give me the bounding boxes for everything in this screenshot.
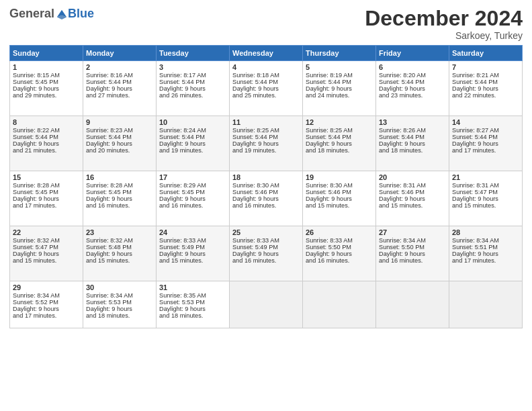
cell-text-line: Sunrise: 8:23 AM <box>86 127 133 134</box>
cell-text-line: Daylight: 9 hours <box>306 85 352 92</box>
cell-text-line: Sunrise: 8:22 AM <box>13 127 60 134</box>
calendar-cell: 17Sunrise: 8:29 AMSunset: 5:45 PMDayligh… <box>157 171 230 226</box>
cell-text-line: Sunrise: 8:31 AM <box>452 182 499 189</box>
cell-text-line: Daylight: 9 hours <box>13 195 59 202</box>
cell-text-line: Sunrise: 8:19 AM <box>306 72 353 79</box>
cell-text-line: Sunset: 5:47 PM <box>452 189 498 195</box>
cell-text-line: Daylight: 9 hours <box>159 85 206 92</box>
cell-text-line: Sunrise: 8:34 AM <box>452 237 499 244</box>
cell-text-line: Sunset: 5:45 PM <box>159 189 205 195</box>
day-number: 26 <box>306 228 373 236</box>
day-number: 17 <box>159 173 226 181</box>
day-number: 3 <box>159 63 226 71</box>
cell-text-line: Sunset: 5:45 PM <box>13 79 58 85</box>
cell-text-line: Sunrise: 8:33 AM <box>159 237 206 244</box>
cell-text-line: Daylight: 9 hours <box>13 250 59 257</box>
cell-text-line: Sunset: 5:53 PM <box>86 299 132 306</box>
calendar-week-2: 8Sunrise: 8:22 AMSunset: 5:44 PMDaylight… <box>10 116 523 171</box>
cell-text-line: Daylight: 9 hours <box>86 306 132 312</box>
cell-text-line: Sunset: 5:44 PM <box>86 79 132 85</box>
cell-text-line: and 16 minutes. <box>86 202 130 209</box>
day-number: 30 <box>86 283 153 291</box>
calendar-cell <box>449 281 523 328</box>
calendar-cell: 28Sunrise: 8:34 AMSunset: 5:51 PMDayligh… <box>449 226 523 281</box>
cell-text-line: and 16 minutes. <box>232 202 276 209</box>
cell-text-line: and 15 minutes. <box>452 202 496 209</box>
cell-text-line: Sunrise: 8:24 AM <box>159 127 206 134</box>
calendar-cell: 29Sunrise: 8:34 AMSunset: 5:52 PMDayligh… <box>10 281 83 328</box>
cell-text-line: and 16 minutes. <box>379 257 423 264</box>
calendar-header-row: SundayMondayTuesdayWednesdayThursdayFrid… <box>10 46 523 61</box>
cell-text-line: Sunset: 5:44 PM <box>13 134 58 140</box>
cell-text-line: Daylight: 9 hours <box>232 250 279 257</box>
calendar-cell: 20Sunrise: 8:31 AMSunset: 5:46 PMDayligh… <box>376 171 449 226</box>
day-number: 20 <box>379 173 446 181</box>
calendar-cell: 22Sunrise: 8:32 AMSunset: 5:47 PMDayligh… <box>10 226 83 281</box>
cell-text-line: Sunset: 5:44 PM <box>452 134 498 140</box>
cell-text-line: Sunset: 5:44 PM <box>379 79 425 85</box>
cell-text-line: Daylight: 9 hours <box>159 195 206 202</box>
day-number: 14 <box>452 118 519 126</box>
cell-text-line: Sunrise: 8:33 AM <box>232 237 279 244</box>
calendar-cell: 13Sunrise: 8:26 AMSunset: 5:44 PMDayligh… <box>376 116 449 171</box>
calendar-week-3: 15Sunrise: 8:28 AMSunset: 5:45 PMDayligh… <box>10 171 523 226</box>
cell-text-line: and 17 minutes. <box>13 202 56 209</box>
day-number: 12 <box>306 118 373 126</box>
cell-text-line: and 18 minutes. <box>306 147 349 154</box>
cell-text-line: Sunset: 5:44 PM <box>232 134 278 140</box>
cell-text-line: Sunset: 5:44 PM <box>452 79 498 85</box>
cell-text-line: Daylight: 9 hours <box>379 140 425 147</box>
cell-text-line: Sunrise: 8:33 AM <box>306 237 353 244</box>
cell-text-line: Sunset: 5:45 PM <box>86 189 132 195</box>
cell-text-line: and 23 minutes. <box>379 92 423 99</box>
cell-text-line: Daylight: 9 hours <box>232 140 279 147</box>
calendar-cell: 4Sunrise: 8:18 AMSunset: 5:44 PMDaylight… <box>230 61 303 116</box>
cell-text-line: Sunrise: 8:30 AM <box>232 182 279 189</box>
cell-text-line: Daylight: 9 hours <box>13 306 59 312</box>
calendar-cell: 5Sunrise: 8:19 AMSunset: 5:44 PMDaylight… <box>303 61 376 116</box>
calendar-header-wednesday: Wednesday <box>230 46 303 61</box>
calendar-cell: 11Sunrise: 8:25 AMSunset: 5:44 PMDayligh… <box>230 116 303 171</box>
day-number: 11 <box>232 118 300 126</box>
cell-text-line: and 15 minutes. <box>13 257 56 264</box>
cell-text-line: Sunset: 5:44 PM <box>159 79 205 85</box>
cell-text-line: and 24 minutes. <box>306 92 349 99</box>
cell-text-line: Daylight: 9 hours <box>86 250 132 257</box>
day-number: 10 <box>159 118 226 126</box>
cell-text-line: and 15 minutes. <box>86 257 130 264</box>
cell-text-line: Sunrise: 8:26 AM <box>379 127 426 134</box>
cell-text-line: and 15 minutes. <box>306 202 349 209</box>
cell-text-line: Sunrise: 8:28 AM <box>13 182 60 189</box>
calendar-cell: 15Sunrise: 8:28 AMSunset: 5:45 PMDayligh… <box>10 171 83 226</box>
location: Sarkoey, Turkey <box>365 30 523 41</box>
cell-text-line: Daylight: 9 hours <box>306 250 352 257</box>
cell-text-line: Sunset: 5:44 PM <box>86 134 132 140</box>
cell-text-line: Sunset: 5:51 PM <box>452 244 498 250</box>
cell-text-line: Sunrise: 8:30 AM <box>306 182 353 189</box>
logo-general: General <box>9 7 54 21</box>
day-number: 1 <box>13 63 80 71</box>
cell-text-line: and 26 minutes. <box>159 92 203 99</box>
day-number: 13 <box>379 118 446 126</box>
day-number: 8 <box>13 118 80 126</box>
cell-text-line: Daylight: 9 hours <box>232 195 279 202</box>
day-number: 25 <box>232 228 300 236</box>
calendar-cell: 18Sunrise: 8:30 AMSunset: 5:46 PMDayligh… <box>230 171 303 226</box>
logo: General Blue <box>9 7 94 21</box>
cell-text-line: Sunset: 5:44 PM <box>379 134 425 140</box>
cell-text-line: Sunrise: 8:25 AM <box>306 127 353 134</box>
day-number: 31 <box>159 283 226 291</box>
cell-text-line: Daylight: 9 hours <box>379 250 425 257</box>
cell-text-line: and 15 minutes. <box>379 202 423 209</box>
cell-text-line: Sunset: 5:44 PM <box>306 134 351 140</box>
cell-text-line: Sunset: 5:45 PM <box>13 189 58 195</box>
calendar-cell: 31Sunrise: 8:35 AMSunset: 5:53 PMDayligh… <box>157 281 230 328</box>
cell-text-line: Sunrise: 8:16 AM <box>86 72 133 79</box>
cell-text-line: Sunset: 5:50 PM <box>306 244 351 250</box>
day-number: 28 <box>452 228 519 236</box>
day-number: 6 <box>379 63 446 71</box>
day-number: 2 <box>86 63 153 71</box>
cell-text-line: Daylight: 9 hours <box>306 140 352 147</box>
calendar-cell: 10Sunrise: 8:24 AMSunset: 5:44 PMDayligh… <box>157 116 230 171</box>
calendar-cell: 14Sunrise: 8:27 AMSunset: 5:44 PMDayligh… <box>449 116 523 171</box>
